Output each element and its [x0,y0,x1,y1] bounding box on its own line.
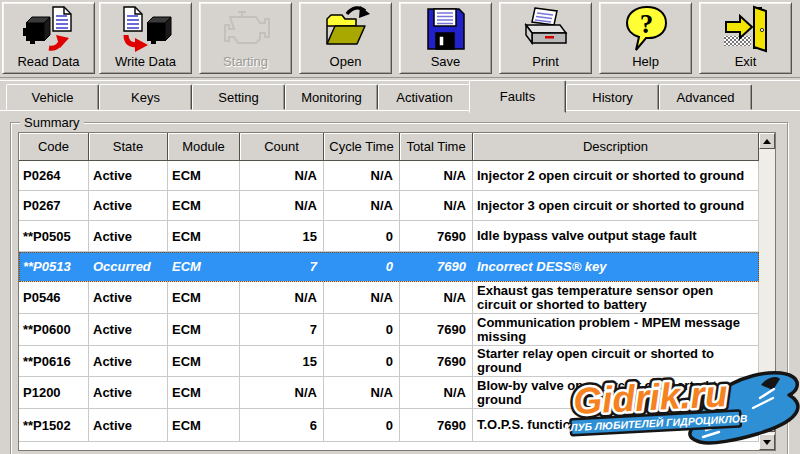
save-button[interactable]: Save [399,2,492,74]
cell-state: Active [89,161,168,190]
cell-count: N/A [240,377,324,408]
table-row-p0264[interactable]: P0264 Active ECM N/A N/A N/A Injector 2 … [19,161,759,191]
tab-setting[interactable]: Setting [192,84,285,110]
cell-cycle-time: 0 [324,346,400,376]
starting-label: Starting [200,54,291,69]
scrollbar-thumb[interactable] [759,407,775,432]
tab-history-label: History [592,90,632,105]
tab-advanced[interactable]: Advanced [659,84,752,110]
tab-vehicle-label: Vehicle [32,90,74,105]
column-header-state[interactable]: State [89,133,168,161]
cell-code: P1200 [19,377,89,408]
table-row-p0267[interactable]: P0267 Active ECM N/A N/A N/A Injector 3 … [19,191,759,221]
cell-module: ECM [168,191,240,220]
cell-total-time: 7690 [400,409,473,441]
exit-label: Exit [700,54,791,69]
toolbar-separator [0,77,800,81]
cell-cycle-time: 0 [324,252,400,281]
cell-description: Blow-by valve open circuit or shorted to… [473,377,759,408]
cell-count: 7 [240,252,324,281]
column-header-cycle-time[interactable]: Cycle Time [324,133,400,161]
exit-door-icon [700,4,791,54]
tab-keys[interactable]: Keys [99,84,192,110]
read-data-icon [3,4,94,54]
cell-state: Active [89,409,168,441]
column-header-description[interactable]: Description [473,133,759,161]
table-row-p1502[interactable]: **P1502 Active ECM 6 0 7690 T.O.P.S. fun… [19,409,759,442]
table-row-p0616[interactable]: **P0616 Active ECM 15 0 7690 Starter rel… [19,346,759,377]
cell-module: ECM [168,161,240,190]
cell-cycle-time: N/A [324,161,400,190]
column-header-code[interactable]: Code [19,133,89,161]
cell-description: Communication problem - MPEM message mis… [473,314,759,345]
tab-history[interactable]: History [566,84,659,110]
summary-groupbox-label: Summary [20,115,84,130]
tab-monitoring[interactable]: Monitoring [285,84,378,110]
cell-count: N/A [240,161,324,190]
cell-code: P0267 [19,191,89,220]
table-row-p1200[interactable]: P1200 Active ECM N/A N/A N/A Blow-by val… [19,377,759,409]
tab-faults-label: Faults [500,89,535,104]
cell-state: Active [89,191,168,220]
exit-button[interactable]: Exit [699,2,792,74]
cell-module: ECM [168,221,240,251]
open-folder-icon [300,4,391,54]
table-row-p0513-selected[interactable]: **P0513 Occurred ECM 7 0 7690 Incorrect … [19,252,759,282]
cell-description: Exhaust gas temperature sensor open circ… [473,282,759,313]
cell-description: Incorrect DESS® key [473,252,759,281]
cell-module: ECM [168,409,240,441]
cell-count: 6 [240,409,324,441]
tab-advanced-label: Advanced [677,90,735,105]
cell-count: 7 [240,314,324,345]
cell-description: Injector 2 open circuit or shorted to gr… [473,161,759,190]
cell-total-time: 7690 [400,221,473,251]
cell-state: Active [89,282,168,313]
read-data-label: Read Data [3,54,94,69]
cell-count: N/A [240,282,324,313]
print-label: Print [500,54,591,69]
column-header-total-time[interactable]: Total Time [400,133,473,161]
table-header-row: Code State Module Count Cycle Time Total… [19,133,759,161]
faults-table: Code State Module Count Cycle Time Total… [18,132,776,451]
svg-text:?: ? [639,9,653,39]
cell-code: P0546 [19,282,89,313]
cell-cycle-time: 0 [324,221,400,251]
cell-code: **P0513 [19,252,89,281]
starting-button: Starting [199,2,292,74]
cell-cycle-time: N/A [324,191,400,220]
cell-module: ECM [168,346,240,376]
tab-activation-label: Activation [396,90,452,105]
cell-code: **P0616 [19,346,89,376]
save-floppy-icon [400,4,491,54]
write-data-button[interactable]: Write Data [99,2,192,74]
open-button[interactable]: Open [299,2,392,74]
tab-activation[interactable]: Activation [378,84,471,110]
cell-module: ECM [168,252,240,281]
cell-code: **P0600 [19,314,89,345]
scrollbar-up-button[interactable] [759,133,775,149]
column-header-module[interactable]: Module [168,133,240,161]
read-data-button[interactable]: Read Data [2,2,95,74]
column-header-count[interactable]: Count [240,133,324,161]
table-row-p0600[interactable]: **P0600 Active ECM 7 0 7690 Communicatio… [19,314,759,346]
cell-total-time: N/A [400,161,473,190]
cell-module: ECM [168,314,240,345]
vertical-scrollbar[interactable] [759,133,775,450]
cell-description: Starter relay open circuit or shorted to… [473,346,759,376]
tab-setting-label: Setting [218,90,258,105]
cell-module: ECM [168,377,240,408]
cell-code: **P0505 [19,221,89,251]
scrollbar-down-button[interactable] [759,434,775,450]
cell-cycle-time: 0 [324,409,400,441]
tab-vehicle[interactable]: Vehicle [6,84,99,110]
tab-page-top-edge [0,110,800,113]
help-button[interactable]: ? Help [599,2,692,74]
print-button[interactable]: Print [499,2,592,74]
tab-faults[interactable]: Faults [469,80,566,113]
table-row-p0505[interactable]: **P0505 Active ECM 15 0 7690 Idle bypass… [19,221,759,252]
cell-module: ECM [168,282,240,313]
cell-code: P0264 [19,161,89,190]
table-row-p0546[interactable]: P0546 Active ECM N/A N/A N/A Exhaust gas… [19,282,759,314]
help-question-icon: ? [600,4,691,54]
cell-total-time: N/A [400,282,473,313]
